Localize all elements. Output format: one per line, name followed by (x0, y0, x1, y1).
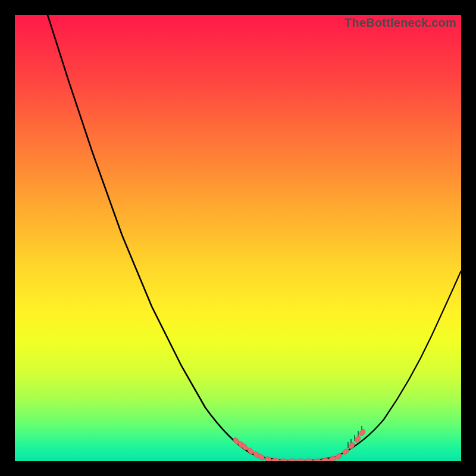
curve-left-arm (48, 15, 295, 461)
watermark-text: TheBottleneck.com (345, 16, 456, 30)
bottleneck-curve-svg (15, 15, 461, 461)
svg-point-15 (296, 459, 305, 461)
chart-frame: TheBottleneck.com (15, 15, 461, 461)
svg-point-22 (347, 441, 356, 450)
svg-point-14 (288, 459, 296, 461)
svg-point-21 (342, 447, 350, 456)
svg-point-16 (305, 459, 313, 461)
curve-right-arm (295, 271, 461, 461)
valley-markers (232, 428, 366, 461)
svg-point-13 (280, 459, 288, 461)
svg-point-24 (358, 428, 366, 437)
